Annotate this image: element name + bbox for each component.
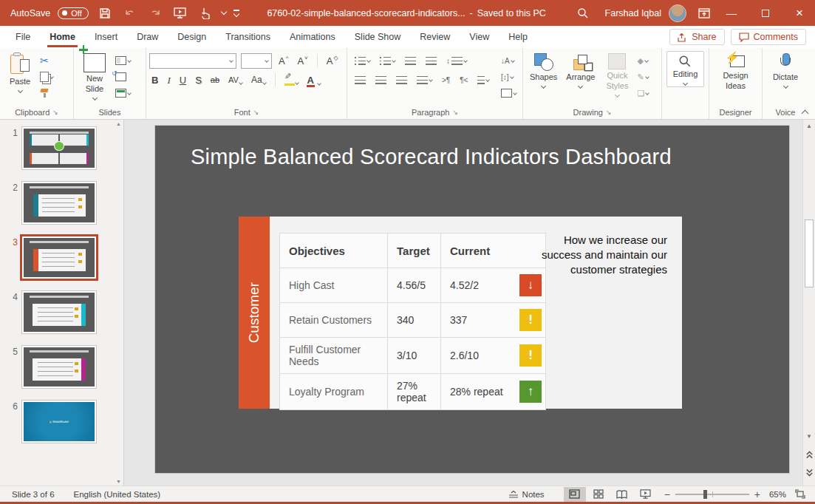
comments-button[interactable]: Comments — [731, 29, 806, 45]
section-button[interactable] — [114, 86, 132, 100]
columns-button[interactable] — [476, 73, 491, 86]
thumbnail-preview-1[interactable] — [22, 127, 96, 169]
language-indicator[interactable]: English (United States) — [74, 490, 161, 499]
clipboard-dialog-launcher-icon[interactable]: ↘ — [52, 109, 58, 116]
strategy-description-text[interactable]: How we increase our success and maintain… — [540, 233, 667, 277]
text-shadow-button[interactable]: S — [193, 75, 204, 85]
slide-thumbnail-5[interactable]: 5 — [6, 346, 123, 388]
font-size-combobox[interactable] — [241, 53, 272, 69]
thumbnail-preview-5[interactable] — [22, 346, 96, 388]
drawing-dialog-launcher-icon[interactable]: ↘ — [606, 109, 612, 116]
increase-font-size-button[interactable]: A^ — [276, 55, 290, 66]
zoom-slider[interactable] — [675, 494, 749, 495]
decrease-font-size-button[interactable]: A˅ — [295, 55, 310, 66]
slide-thumbnail-6[interactable]: 6 SlideModel — [6, 401, 123, 443]
justify-button[interactable] — [415, 73, 434, 86]
slide-thumbnail-1[interactable]: 1 — [6, 127, 123, 169]
slide-sorter-view-button[interactable] — [587, 487, 610, 502]
slide-title[interactable]: Simple Balanced Scorecard Indicators Das… — [191, 145, 672, 169]
normal-view-button[interactable] — [564, 487, 586, 502]
reset-slide-button[interactable] — [114, 70, 132, 84]
increase-indent-button[interactable] — [424, 54, 438, 67]
thumbnail-preview-6[interactable]: SlideModel — [22, 401, 96, 443]
font-name-combobox[interactable] — [149, 53, 236, 69]
tab-help[interactable]: Help — [499, 27, 537, 47]
arrange-button[interactable]: Arrange — [562, 51, 599, 90]
numbering-button[interactable] — [378, 54, 397, 67]
rtl-direction-button[interactable]: ¶< — [458, 73, 469, 86]
slide-layout-button[interactable] — [114, 54, 132, 67]
tab-slide-show[interactable]: Slide Show — [345, 27, 411, 47]
slide-thumbnail-4[interactable]: 4 — [6, 291, 123, 333]
thumbnail-preview-2[interactable] — [22, 182, 96, 224]
shape-fill-button[interactable]: ◆ — [635, 54, 650, 67]
share-button[interactable]: Share — [669, 29, 724, 45]
dictate-button[interactable]: Dictate — [768, 51, 802, 90]
minimize-button[interactable]: — — [716, 0, 747, 26]
fit-slide-to-window-button[interactable] — [791, 487, 809, 502]
paste-button[interactable]: Paste — [3, 51, 37, 95]
character-spacing-button[interactable]: AV — [226, 76, 245, 84]
font-color-button[interactable]: A — [305, 75, 323, 85]
scrollbar-thumb[interactable] — [805, 219, 814, 287]
tab-review[interactable]: Review — [410, 27, 460, 47]
next-slide-button[interactable] — [803, 469, 815, 477]
redo-icon[interactable] — [146, 5, 164, 21]
autosave-toggle[interactable]: Off — [58, 7, 88, 19]
copy-button[interactable] — [38, 70, 55, 84]
ribbon-display-options-icon[interactable] — [695, 5, 713, 21]
customer-category-bar[interactable]: Customer — [239, 217, 270, 409]
user-name[interactable]: Farshad Iqbal — [605, 8, 661, 18]
ltr-direction-button[interactable]: >¶ — [440, 73, 451, 86]
editing-button[interactable]: Editing — [666, 51, 705, 87]
change-case-button[interactable]: Aa — [249, 75, 268, 84]
font-dialog-launcher-icon[interactable]: ↘ — [253, 109, 259, 116]
reading-view-button[interactable] — [611, 487, 633, 502]
undo-icon[interactable] — [121, 5, 139, 21]
convert-smartart-button[interactable] — [499, 86, 518, 100]
tab-design[interactable]: Design — [168, 27, 216, 47]
quick-styles-button[interactable]: Quick Styles — [600, 51, 634, 99]
previous-slide-button[interactable] — [803, 451, 815, 459]
slide-thumbnail-3-selected[interactable]: 3 — [6, 236, 123, 279]
italic-button[interactable]: I — [165, 75, 172, 85]
design-ideas-button[interactable]: Design Ideas — [717, 51, 755, 94]
thumbnail-scroll-up-icon[interactable]: ▲ — [116, 121, 121, 126]
scroll-down-icon[interactable]: ▼ — [803, 433, 815, 440]
zoom-out-button[interactable]: − — [664, 489, 670, 500]
cut-button[interactable]: ✂ — [38, 54, 55, 67]
underline-button[interactable]: U — [177, 75, 188, 85]
tab-insert[interactable]: Insert — [85, 27, 127, 47]
new-slide-button[interactable]: New Slide — [77, 51, 112, 102]
quick-access-toolbar-more-icon[interactable] — [233, 10, 239, 16]
tab-animations[interactable]: Animations — [280, 27, 345, 47]
notes-button[interactable]: Notes — [502, 488, 550, 500]
strikethrough-button[interactable]: ab — [208, 76, 222, 84]
search-icon[interactable] — [574, 5, 592, 21]
zoom-slider-thumb[interactable] — [703, 490, 707, 499]
touch-mode-dropdown-icon[interactable] — [220, 9, 226, 15]
zoom-level[interactable]: 65% — [765, 490, 786, 499]
tab-view[interactable]: View — [460, 27, 499, 47]
slide-canvas[interactable]: Simple Balanced Scorecard Indicators Das… — [155, 126, 789, 473]
decrease-indent-button[interactable] — [403, 54, 417, 67]
text-direction-button[interactable]: ↓A — [499, 54, 518, 67]
thumbnail-scrollbar[interactable]: ▲ ▼ — [114, 120, 123, 486]
format-painter-button[interactable] — [38, 86, 55, 100]
thumbnail-preview-4[interactable] — [22, 291, 96, 333]
clear-formatting-button[interactable]: A◇ — [324, 55, 341, 66]
touch-mouse-mode-icon[interactable] — [197, 5, 214, 21]
tab-file[interactable]: File — [6, 27, 40, 47]
align-text-button[interactable]: [↕] — [499, 70, 518, 84]
shape-outline-button[interactable]: ✎ — [635, 70, 650, 84]
tab-home[interactable]: Home — [40, 27, 85, 47]
close-button[interactable]: × — [784, 0, 815, 26]
maximize-button[interactable] — [750, 0, 781, 26]
thumbnail-preview-3[interactable] — [22, 236, 96, 279]
slide-show-view-button[interactable] — [635, 487, 657, 502]
scroll-up-icon[interactable]: ▲ — [803, 123, 815, 129]
shape-effects-button[interactable]: ❏ — [635, 86, 650, 100]
tab-transitions[interactable]: Transitions — [216, 27, 280, 47]
scorecard-table[interactable]: Objectives Target Current High Cast 4.56… — [279, 233, 546, 410]
align-center-button[interactable] — [374, 73, 388, 86]
